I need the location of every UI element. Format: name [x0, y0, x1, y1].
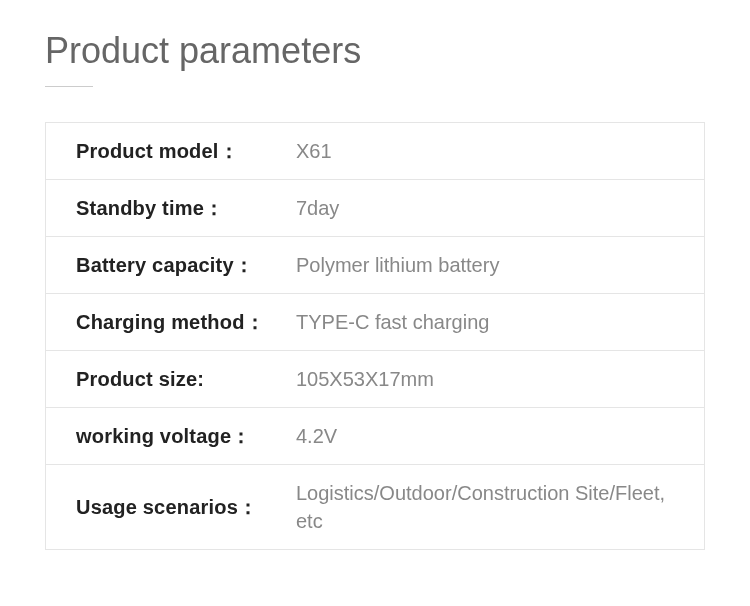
table-row: Battery capacity： Polymer lithium batter…: [46, 237, 704, 294]
table-row: working voltage： 4.2V: [46, 408, 704, 465]
param-label-standby: Standby time：: [76, 195, 296, 222]
table-row: Product size: 105X53X17mm: [46, 351, 704, 408]
table-row: Usage scenarios： Logistics/Outdoor/Const…: [46, 465, 704, 549]
param-value-charging: TYPE-C fast charging: [296, 308, 489, 336]
param-label-size: Product size:: [76, 368, 296, 391]
param-value-size: 105X53X17mm: [296, 365, 434, 393]
title-underline: [45, 86, 93, 87]
param-label-usage: Usage scenarios：: [76, 494, 296, 521]
param-value-usage: Logistics/Outdoor/Construction Site/Flee…: [296, 479, 674, 535]
param-label-charging: Charging method：: [76, 309, 296, 336]
table-row: Charging method： TYPE-C fast charging: [46, 294, 704, 351]
table-row: Standby time： 7day: [46, 180, 704, 237]
param-value-model: X61: [296, 137, 332, 165]
param-label-model: Product model：: [76, 138, 296, 165]
param-value-standby: 7day: [296, 194, 339, 222]
parameters-table: Product model： X61 Standby time： 7day Ba…: [45, 122, 705, 550]
param-value-voltage: 4.2V: [296, 422, 337, 450]
param-label-battery: Battery capacity：: [76, 252, 296, 279]
table-row: Product model： X61: [46, 123, 704, 180]
param-label-voltage: working voltage：: [76, 423, 296, 450]
param-value-battery: Polymer lithium battery: [296, 251, 499, 279]
page-title: Product parameters: [45, 30, 705, 72]
